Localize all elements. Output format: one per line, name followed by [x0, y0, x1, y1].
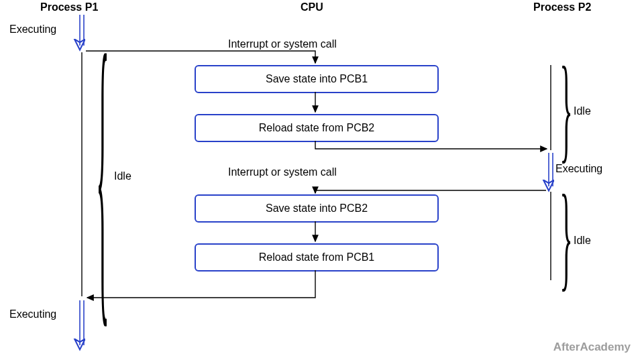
watermark: AfterAcademy — [553, 341, 631, 354]
diagram-stage: Process P1 CPU Process P2 Executing Idle… — [0, 0, 644, 362]
connectors — [0, 0, 644, 362]
p2-timeline — [549, 153, 553, 186]
